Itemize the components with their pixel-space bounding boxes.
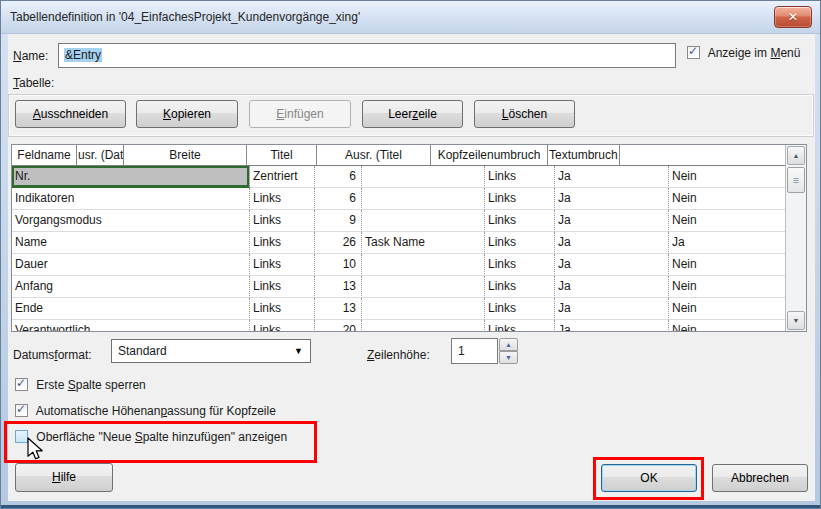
table-cell-titel[interactable] xyxy=(362,166,485,188)
table-header-cell[interactable]: Breite xyxy=(124,145,247,165)
table-cell-breite[interactable]: 13 xyxy=(315,276,362,298)
table-cell-titel[interactable] xyxy=(362,210,485,232)
show-in-menu-label: Anzeige im Menü xyxy=(708,46,801,60)
table-cell-ausr-titel[interactable]: Links xyxy=(485,254,555,276)
table-cell-breite[interactable]: 6 xyxy=(315,166,362,188)
table-cell-ausr-daten[interactable]: Zentriert xyxy=(250,166,315,188)
name-input-selected-text: &Entry xyxy=(64,48,102,62)
table-cell-breite[interactable]: 20 xyxy=(315,320,362,332)
insert-row-button[interactable]: Leerzeile xyxy=(362,100,463,128)
table-cell-breite[interactable]: 26 xyxy=(315,232,362,254)
spinner-down-icon[interactable]: ▼ xyxy=(499,351,518,364)
table-cell-kopfzeilenumbruch[interactable]: Ja xyxy=(555,210,669,232)
table-header-cell[interactable]: Ausr. (Titel xyxy=(317,145,431,165)
table-cell-kopfzeilenumbruch[interactable]: Ja xyxy=(555,232,669,254)
delete-button[interactable]: Löschen xyxy=(474,100,575,128)
lock-first-column-checkbox[interactable]: ✓ Erste Spalte sperren xyxy=(15,378,146,392)
table-cell-titel[interactable]: Task Name xyxy=(362,232,485,254)
table-cell-textumbruch[interactable]: Nein xyxy=(669,320,786,332)
table-cell-feldname[interactable]: Indikatoren xyxy=(12,188,250,210)
cut-button[interactable]: Ausschneiden xyxy=(15,100,126,128)
table-cell-titel[interactable] xyxy=(362,276,485,298)
table-cell-ausr-daten[interactable]: Links xyxy=(250,232,315,254)
table-cell-ausr-daten[interactable]: Links xyxy=(250,298,315,320)
table-cell-kopfzeilenumbruch[interactable]: Ja xyxy=(555,254,669,276)
add-new-column-ui-label: Oberfläche "Neue Spalte hinzufügen" anze… xyxy=(36,430,287,444)
table-cell-textumbruch[interactable]: Nein xyxy=(669,298,786,320)
name-input[interactable]: &Entry xyxy=(58,43,676,68)
table-cell-titel[interactable] xyxy=(362,298,485,320)
table-definition-dialog: Tabellendefinition in '04_EinfachesProje… xyxy=(0,0,821,509)
copy-button[interactable]: Kopieren xyxy=(136,100,238,128)
auto-header-height-checkbox[interactable]: ✓ Automatische Höhenanpassung für Kopfze… xyxy=(15,404,276,418)
table-cell-feldname[interactable]: Verantwortlich xyxy=(12,320,250,332)
table-cell-breite[interactable]: 6 xyxy=(315,188,362,210)
table-cell-ausr-daten[interactable]: Links xyxy=(250,210,315,232)
paste-button: Einfügen xyxy=(249,100,351,128)
table-cell-titel[interactable] xyxy=(362,320,485,332)
table-cell-ausr-daten[interactable]: Links xyxy=(250,276,315,298)
checkbox-box[interactable] xyxy=(15,430,28,443)
table-cell-kopfzeilenumbruch[interactable]: Ja xyxy=(555,298,669,320)
checkbox-box[interactable]: ✓ xyxy=(15,378,28,391)
spinner-up-icon[interactable]: ▲ xyxy=(499,338,518,351)
date-format-select[interactable]: Standard ▼ xyxy=(111,339,311,363)
table-cell-titel[interactable] xyxy=(362,188,485,210)
scrollbar-thumb[interactable]: ≡ xyxy=(787,167,805,193)
row-height-input[interactable]: 1 xyxy=(451,338,498,364)
table-cell-textumbruch[interactable]: Nein xyxy=(669,166,786,188)
checkbox-box[interactable]: ✓ xyxy=(687,46,700,59)
table-cell-feldname[interactable]: Ende xyxy=(12,298,250,320)
table-cell-kopfzeilenumbruch[interactable]: Ja xyxy=(555,188,669,210)
table-cell-kopfzeilenumbruch[interactable]: Ja xyxy=(555,166,669,188)
show-in-menu-checkbox[interactable]: ✓ Anzeige im Menü xyxy=(687,46,800,60)
table-cell-breite[interactable]: 9 xyxy=(315,210,362,232)
chevron-down-icon: ▼ xyxy=(294,346,303,356)
add-new-column-ui-checkbox[interactable]: Oberfläche "Neue Spalte hinzufügen" anze… xyxy=(15,430,287,444)
table-header-cell[interactable]: Titel xyxy=(247,145,317,165)
table-cell-ausr-titel[interactable]: Links xyxy=(485,298,555,320)
table-cell-ausr-titel[interactable]: Links xyxy=(485,232,555,254)
table-cell-ausr-titel[interactable]: Links xyxy=(485,276,555,298)
table-cell-textumbruch[interactable]: Nein xyxy=(669,276,786,298)
cancel-button[interactable]: Abbrechen xyxy=(712,464,808,492)
dialog-body: Name: &Entry ✓ Anzeige im Menü Tabelle: … xyxy=(8,34,815,501)
table-cell-kopfzeilenumbruch[interactable]: Ja xyxy=(555,276,669,298)
table-cell-textumbruch[interactable]: Nein xyxy=(669,210,786,232)
table-header-cell[interactable]: usr. (Dater xyxy=(77,145,124,165)
table-cell-ausr-daten[interactable]: Links xyxy=(250,320,315,332)
table-cell-ausr-titel[interactable]: Links xyxy=(485,320,555,332)
table-scrollbar[interactable]: ▲ ≡ ▼ xyxy=(785,145,806,331)
close-icon[interactable]: ✕ xyxy=(774,6,812,28)
table-cell-kopfzeilenumbruch[interactable]: Ja xyxy=(555,320,669,332)
table-cell-ausr-daten[interactable]: Links xyxy=(250,188,315,210)
table-cell-ausr-titel[interactable]: Links xyxy=(485,166,555,188)
table-cell-textumbruch[interactable]: Nein xyxy=(669,188,786,210)
table-cell-breite[interactable]: 13 xyxy=(315,298,362,320)
titlebar[interactable]: Tabellendefinition in '04_EinfachesProje… xyxy=(1,1,820,34)
table-cell-feldname[interactable]: Name xyxy=(12,232,250,254)
table-cell-ausr-daten[interactable]: Links xyxy=(250,254,315,276)
table-cell-ausr-titel[interactable]: Links xyxy=(485,188,555,210)
row-height-stepper: ▲ ▼ xyxy=(499,338,518,364)
table-cell-breite[interactable]: 10 xyxy=(315,254,362,276)
table-cell-textumbruch[interactable]: Nein xyxy=(669,254,786,276)
checkbox-box[interactable]: ✓ xyxy=(15,404,28,417)
ok-button[interactable]: OK xyxy=(601,464,697,492)
table-cell-feldname[interactable]: Anfang xyxy=(12,276,250,298)
table-header-cell[interactable]: Kopfzeilenumbruch xyxy=(431,145,548,165)
scroll-up-icon[interactable]: ▲ xyxy=(787,146,805,165)
table-cell-feldname[interactable]: Dauer xyxy=(12,254,250,276)
table-row: Ende Links 13 Links Ja Nein xyxy=(12,298,786,320)
scroll-down-icon[interactable]: ▼ xyxy=(787,311,805,330)
lock-first-column-label: Erste Spalte sperren xyxy=(36,378,145,392)
table-header-cell[interactable]: Textumbruch xyxy=(548,145,620,165)
help-button[interactable]: Hilfe xyxy=(15,463,113,492)
table-cell-textumbruch[interactable]: Ja xyxy=(669,232,786,254)
table-cell-titel[interactable] xyxy=(362,254,485,276)
table-header-row: Feldnameusr. (DaterBreiteTitelAusr. (Tit… xyxy=(12,145,786,166)
table-cell-feldname[interactable]: Vorgangsmodus xyxy=(12,210,250,232)
table-header-cell[interactable]: Feldname xyxy=(12,145,77,165)
table-cell-feldname[interactable]: Nr. xyxy=(12,166,250,188)
table-cell-ausr-titel[interactable]: Links xyxy=(485,210,555,232)
